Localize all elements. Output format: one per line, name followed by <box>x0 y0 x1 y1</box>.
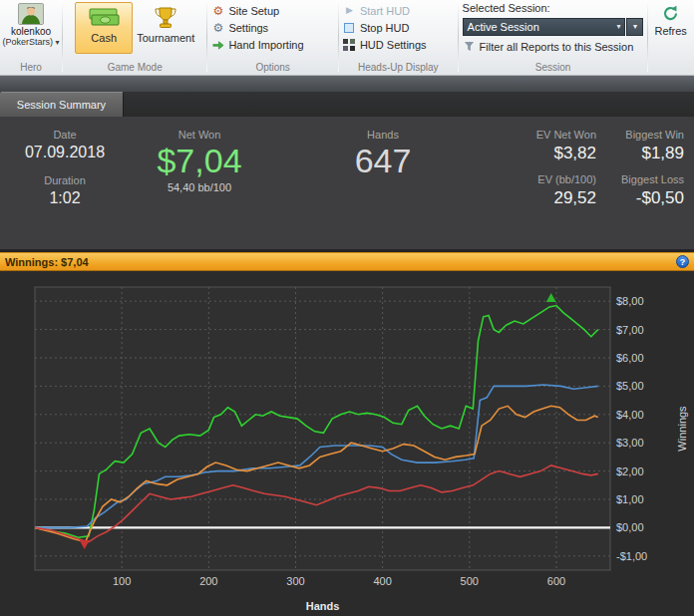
svg-text:100: 100 <box>113 575 131 587</box>
net-won-value: $7,04 <box>157 144 241 179</box>
svg-text:300: 300 <box>286 575 304 587</box>
session-dropdown[interactable]: Active Session ▾ <box>463 18 626 36</box>
ribbon-group-game-mode: Cash Tournament Game Mode <box>63 0 206 75</box>
svg-text:-$1,00: -$1,00 <box>616 550 647 562</box>
svg-text:$1,00: $1,00 <box>616 493 644 505</box>
session-summary-panel: Date 07.09.2018 Duration 1:02 Net Won $7… <box>0 117 694 249</box>
svg-text:200: 200 <box>199 575 217 587</box>
tournament-button[interactable]: Tournament <box>137 2 194 54</box>
gear-icon: ⚙ <box>211 21 224 34</box>
hero-name: kolenkoo <box>11 26 51 37</box>
biggest-win-label: Biggest Win <box>625 129 684 141</box>
ev-bb100-value: 29,52 <box>553 188 596 208</box>
settings-label: Settings <box>228 22 268 34</box>
date-value: 07.09.2018 <box>25 144 105 161</box>
winnings-title: Winnings: $7,04 <box>5 256 89 268</box>
selected-session-label: Selected Session: <box>463 2 644 17</box>
hud-settings-icon <box>343 38 356 51</box>
svg-text:$2,00: $2,00 <box>616 465 644 477</box>
hero-selector[interactable]: kolenkoo (PokerStars) ▾ <box>2 2 59 47</box>
session-dropdown-button[interactable]: ▾ <box>626 18 643 36</box>
svg-text:$8,00: $8,00 <box>616 295 644 307</box>
help-icon[interactable]: ? <box>676 255 689 268</box>
svg-text:$3,00: $3,00 <box>616 437 644 449</box>
stop-icon <box>343 21 356 34</box>
refresh-icon <box>662 5 679 22</box>
cash-button[interactable]: Cash <box>75 2 133 54</box>
winnings-header-bar: Winnings: $7,04 ? <box>0 252 694 271</box>
group-label-session: Session <box>463 61 644 75</box>
hand-import-icon <box>211 38 224 51</box>
biggest-win-value: $1,89 <box>641 144 684 163</box>
hands-value: 647 <box>355 144 412 179</box>
site-setup-button[interactable]: ⚙ Site Setup <box>211 2 334 19</box>
start-hud-label: Start HUD <box>360 5 410 17</box>
biggest-loss-value: -$0,50 <box>636 188 684 208</box>
winnings-chart: 100200300400500600$8,00$7,00$6,00$5,00$4… <box>0 271 694 616</box>
hero-site: (PokerStars) ▾ <box>2 37 59 47</box>
settings-button[interactable]: ⚙ Settings <box>211 19 334 36</box>
refresh-label: Refres <box>654 25 686 37</box>
stop-hud-label: Stop HUD <box>360 22 410 34</box>
bb100-value: 54,40 bb/100 <box>168 181 231 193</box>
ev-bb100-label: EV (bb/100) <box>537 173 596 185</box>
dropdown-arrow-icon: ▾ <box>616 22 620 31</box>
filter-session-button[interactable]: Filter all Reports to this Session <box>463 38 644 55</box>
svg-text:600: 600 <box>547 575 565 587</box>
ribbon: kolenkoo (PokerStars) ▾ Hero Cash <box>0 0 694 76</box>
hands-label: Hands <box>367 129 399 141</box>
net-won-label: Net Won <box>178 129 221 141</box>
date-label: Date <box>53 129 76 141</box>
start-hud-button[interactable]: ▶ Start HUD <box>343 2 454 19</box>
tab-session-summary[interactable]: Session Summary <box>0 92 124 117</box>
chevron-down-icon: ▾ <box>633 22 637 31</box>
play-icon: ▶ <box>343 4 356 17</box>
svg-text:Winnings: Winnings <box>676 406 688 452</box>
cash-label: Cash <box>91 32 117 44</box>
ev-net-won-label: EV Net Won <box>536 129 596 141</box>
group-label-game-mode: Game Mode <box>67 61 202 75</box>
duration-label: Duration <box>44 174 86 186</box>
avatar <box>18 3 44 25</box>
svg-text:$6,00: $6,00 <box>616 352 644 364</box>
stop-hud-button[interactable]: Stop HUD <box>343 19 454 36</box>
svg-text:$4,00: $4,00 <box>616 409 644 421</box>
svg-text:$5,00: $5,00 <box>616 380 644 392</box>
tab-strip: Session Summary <box>0 76 694 117</box>
ribbon-group-refresh: Refres <box>648 0 694 75</box>
hand-importing-label: Hand Importing <box>228 39 303 51</box>
ribbon-group-hero: kolenkoo (PokerStars) ▾ Hero <box>0 0 62 75</box>
ribbon-group-hud: ▶ Start HUD Stop HUD HUD Settings Heads-… <box>339 0 458 75</box>
site-setup-label: Site Setup <box>228 5 279 17</box>
group-label-hud: Heads-Up Display <box>343 61 454 75</box>
hud-settings-label: HUD Settings <box>360 39 427 51</box>
filter-session-label: Filter all Reports to this Session <box>480 41 634 53</box>
hud-settings-button[interactable]: HUD Settings <box>343 36 454 53</box>
biggest-loss-label: Biggest Loss <box>621 173 684 185</box>
site-setup-icon: ⚙ <box>211 4 224 17</box>
svg-text:Hands: Hands <box>306 600 340 612</box>
ribbon-group-options: ⚙ Site Setup ⚙ Settings Hand Importing O… <box>207 0 338 75</box>
chevron-down-icon: ▾ <box>56 38 60 47</box>
duration-value: 1:02 <box>49 189 80 207</box>
svg-text:500: 500 <box>461 575 479 587</box>
svg-text:$0,00: $0,00 <box>616 521 644 533</box>
tournament-label: Tournament <box>137 32 194 44</box>
refresh-button[interactable]: Refres <box>652 2 688 37</box>
ev-net-won-value: $3,82 <box>553 144 596 163</box>
filter-icon <box>463 40 476 53</box>
session-dropdown-value: Active Session <box>468 21 539 33</box>
chart-canvas: 100200300400500600$8,00$7,00$6,00$5,00$4… <box>0 271 694 616</box>
hm2-window: kolenkoo (PokerStars) ▾ Hero Cash <box>0 0 694 616</box>
svg-text:400: 400 <box>373 575 391 587</box>
cash-icon <box>88 6 120 30</box>
trophy-icon <box>150 6 181 30</box>
svg-text:$7,00: $7,00 <box>616 324 644 336</box>
group-label-options: Options <box>211 61 334 75</box>
ribbon-group-session: Selected Session: Active Session ▾ ▾ Fil… <box>459 0 648 75</box>
group-label-hero: Hero <box>20 61 42 75</box>
hand-importing-button[interactable]: Hand Importing <box>211 36 334 53</box>
